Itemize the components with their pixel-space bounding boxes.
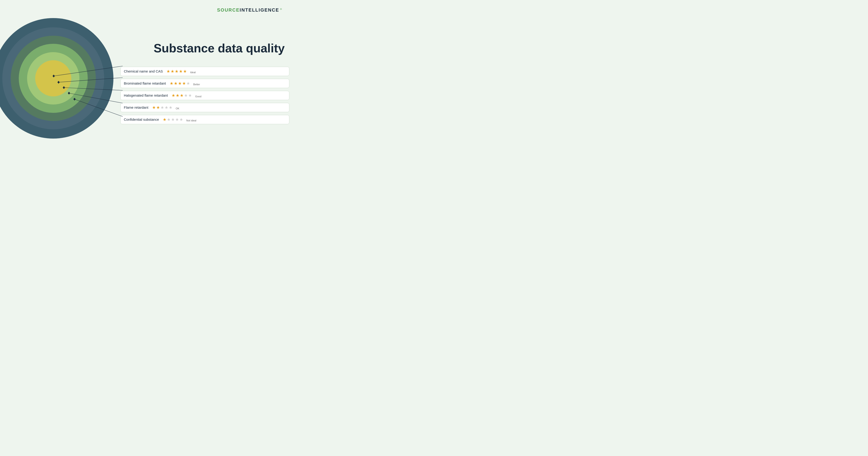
star-2: ★ (167, 117, 170, 122)
star-5: ★ (188, 93, 192, 98)
logo: SOURCE INTELLIGENCE ⁺ (217, 7, 282, 13)
title-area: Substance data quality (120, 46, 289, 62)
logo-icon: ⁺ (280, 7, 282, 13)
legend-item-ok: Flame retardant ★ ★ ★ ★ ★ OK (120, 103, 289, 112)
star-4: ★ (164, 105, 168, 110)
star-5: ★ (186, 81, 190, 86)
ring-1 (35, 60, 71, 96)
stars-not-ideal: ★ ★ ★ ★ ★ (163, 117, 183, 122)
star-4: ★ (182, 81, 186, 86)
star-1: ★ (170, 81, 174, 86)
page-container: SOURCE INTELLIGENCE ⁺ Substance data qua… (0, 0, 289, 152)
legend-list: Chemical name and CAS ★ ★ ★ ★ ★ Ideal Br… (120, 67, 289, 124)
page-title: Substance data quality (120, 42, 285, 55)
legend-label-not-ideal: Confidential substance (124, 117, 159, 121)
legend-label-ok: Flame retardant (124, 106, 148, 109)
rating-ok: OK (176, 107, 179, 110)
star-1: ★ (152, 105, 156, 110)
star-4: ★ (179, 69, 183, 74)
star-3: ★ (180, 93, 184, 98)
star-1: ★ (172, 93, 175, 98)
legend-item-better: Brominated flame retardant ★ ★ ★ ★ ★ Bet… (120, 79, 289, 88)
logo-intelligence: INTELLIGENCE (240, 7, 279, 13)
legend-label-ideal: Chemical name and CAS (124, 69, 163, 73)
stars-ok: ★ ★ ★ ★ ★ (152, 105, 173, 110)
legend-item-ideal: Chemical name and CAS ★ ★ ★ ★ ★ Ideal (120, 67, 289, 76)
star-3: ★ (178, 81, 182, 86)
star-3: ★ (160, 105, 164, 110)
star-2: ★ (174, 81, 178, 86)
logo-source: SOURCE (217, 7, 240, 13)
star-5: ★ (179, 117, 183, 122)
rating-ideal: Ideal (190, 71, 195, 74)
star-3: ★ (171, 117, 175, 122)
star-2: ★ (176, 93, 179, 98)
star-4: ★ (184, 93, 188, 98)
rating-good: Good (195, 95, 202, 98)
star-1: ★ (163, 117, 166, 122)
stars-ideal: ★ ★ ★ ★ ★ (166, 69, 187, 74)
star-3: ★ (175, 69, 179, 74)
legend-item-good: Halogenated flame retardant ★ ★ ★ ★ ★ Go… (120, 91, 289, 100)
star-5: ★ (183, 69, 187, 74)
rating-better: Better (193, 83, 200, 86)
legend-item-not-ideal: Confidential substance ★ ★ ★ ★ ★ Not ide… (120, 115, 289, 124)
right-panel: Substance data quality Chemical name and… (114, 28, 289, 124)
bullseye-target (0, 18, 114, 139)
star-2: ★ (156, 105, 160, 110)
star-2: ★ (170, 69, 174, 74)
stars-good: ★ ★ ★ ★ ★ (172, 93, 192, 98)
legend-label-better: Brominated flame retardant (124, 81, 166, 85)
stars-better: ★ ★ ★ ★ ★ (170, 81, 190, 86)
star-5: ★ (169, 105, 173, 110)
star-1: ★ (166, 69, 170, 74)
star-4: ★ (175, 117, 179, 122)
rating-not-ideal: Not ideal (186, 119, 196, 122)
legend-label-good: Halogenated flame retardant (124, 93, 168, 97)
